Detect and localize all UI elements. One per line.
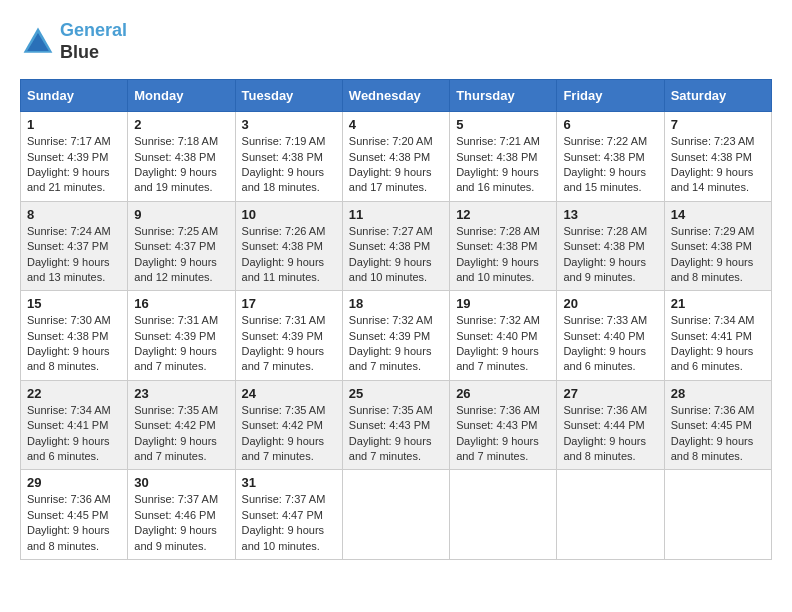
calendar-day-cell: 18 Sunrise: 7:32 AMSunset: 4:39 PMDaylig…	[342, 291, 449, 381]
calendar-day-cell: 4 Sunrise: 7:20 AMSunset: 4:38 PMDayligh…	[342, 112, 449, 202]
day-info: Sunrise: 7:24 AMSunset: 4:37 PMDaylight:…	[27, 224, 121, 286]
calendar-day-cell	[664, 470, 771, 560]
calendar-day-cell: 27 Sunrise: 7:36 AMSunset: 4:44 PMDaylig…	[557, 380, 664, 470]
day-info: Sunrise: 7:30 AMSunset: 4:38 PMDaylight:…	[27, 313, 121, 375]
calendar-day-cell: 19 Sunrise: 7:32 AMSunset: 4:40 PMDaylig…	[450, 291, 557, 381]
day-info: Sunrise: 7:34 AMSunset: 4:41 PMDaylight:…	[671, 313, 765, 375]
calendar-day-cell: 3 Sunrise: 7:19 AMSunset: 4:38 PMDayligh…	[235, 112, 342, 202]
calendar-header-row: SundayMondayTuesdayWednesdayThursdayFrid…	[21, 80, 772, 112]
calendar-day-header: Friday	[557, 80, 664, 112]
calendar-day-cell: 26 Sunrise: 7:36 AMSunset: 4:43 PMDaylig…	[450, 380, 557, 470]
day-number: 22	[27, 386, 121, 401]
day-number: 27	[563, 386, 657, 401]
calendar-day-cell	[557, 470, 664, 560]
day-info: Sunrise: 7:32 AMSunset: 4:40 PMDaylight:…	[456, 313, 550, 375]
calendar-day-cell: 16 Sunrise: 7:31 AMSunset: 4:39 PMDaylig…	[128, 291, 235, 381]
day-info: Sunrise: 7:21 AMSunset: 4:38 PMDaylight:…	[456, 134, 550, 196]
logo: General Blue	[20, 20, 127, 63]
day-info: Sunrise: 7:22 AMSunset: 4:38 PMDaylight:…	[563, 134, 657, 196]
day-number: 3	[242, 117, 336, 132]
calendar-day-cell: 17 Sunrise: 7:31 AMSunset: 4:39 PMDaylig…	[235, 291, 342, 381]
day-number: 16	[134, 296, 228, 311]
day-number: 24	[242, 386, 336, 401]
calendar-day-cell: 22 Sunrise: 7:34 AMSunset: 4:41 PMDaylig…	[21, 380, 128, 470]
day-number: 26	[456, 386, 550, 401]
day-info: Sunrise: 7:29 AMSunset: 4:38 PMDaylight:…	[671, 224, 765, 286]
calendar-day-cell: 30 Sunrise: 7:37 AMSunset: 4:46 PMDaylig…	[128, 470, 235, 560]
day-number: 20	[563, 296, 657, 311]
day-number: 9	[134, 207, 228, 222]
day-number: 5	[456, 117, 550, 132]
calendar-day-cell: 11 Sunrise: 7:27 AMSunset: 4:38 PMDaylig…	[342, 201, 449, 291]
day-info: Sunrise: 7:36 AMSunset: 4:45 PMDaylight:…	[27, 492, 121, 554]
calendar-day-header: Tuesday	[235, 80, 342, 112]
calendar-day-cell: 29 Sunrise: 7:36 AMSunset: 4:45 PMDaylig…	[21, 470, 128, 560]
day-info: Sunrise: 7:23 AMSunset: 4:38 PMDaylight:…	[671, 134, 765, 196]
calendar-day-header: Saturday	[664, 80, 771, 112]
calendar-day-cell: 24 Sunrise: 7:35 AMSunset: 4:42 PMDaylig…	[235, 380, 342, 470]
day-info: Sunrise: 7:27 AMSunset: 4:38 PMDaylight:…	[349, 224, 443, 286]
day-number: 8	[27, 207, 121, 222]
day-info: Sunrise: 7:28 AMSunset: 4:38 PMDaylight:…	[563, 224, 657, 286]
calendar-day-cell: 1 Sunrise: 7:17 AMSunset: 4:39 PMDayligh…	[21, 112, 128, 202]
day-number: 11	[349, 207, 443, 222]
day-number: 19	[456, 296, 550, 311]
day-number: 10	[242, 207, 336, 222]
calendar-day-cell: 12 Sunrise: 7:28 AMSunset: 4:38 PMDaylig…	[450, 201, 557, 291]
day-info: Sunrise: 7:34 AMSunset: 4:41 PMDaylight:…	[27, 403, 121, 465]
calendar-day-cell: 31 Sunrise: 7:37 AMSunset: 4:47 PMDaylig…	[235, 470, 342, 560]
calendar-day-cell: 21 Sunrise: 7:34 AMSunset: 4:41 PMDaylig…	[664, 291, 771, 381]
calendar-day-cell: 2 Sunrise: 7:18 AMSunset: 4:38 PMDayligh…	[128, 112, 235, 202]
calendar-day-cell: 8 Sunrise: 7:24 AMSunset: 4:37 PMDayligh…	[21, 201, 128, 291]
calendar-day-cell: 20 Sunrise: 7:33 AMSunset: 4:40 PMDaylig…	[557, 291, 664, 381]
day-info: Sunrise: 7:36 AMSunset: 4:44 PMDaylight:…	[563, 403, 657, 465]
calendar-day-cell: 9 Sunrise: 7:25 AMSunset: 4:37 PMDayligh…	[128, 201, 235, 291]
day-info: Sunrise: 7:35 AMSunset: 4:42 PMDaylight:…	[134, 403, 228, 465]
calendar-week-row: 22 Sunrise: 7:34 AMSunset: 4:41 PMDaylig…	[21, 380, 772, 470]
day-number: 2	[134, 117, 228, 132]
day-info: Sunrise: 7:37 AMSunset: 4:47 PMDaylight:…	[242, 492, 336, 554]
day-info: Sunrise: 7:35 AMSunset: 4:42 PMDaylight:…	[242, 403, 336, 465]
calendar-day-cell	[450, 470, 557, 560]
day-info: Sunrise: 7:19 AMSunset: 4:38 PMDaylight:…	[242, 134, 336, 196]
day-number: 17	[242, 296, 336, 311]
calendar-day-cell: 15 Sunrise: 7:30 AMSunset: 4:38 PMDaylig…	[21, 291, 128, 381]
day-info: Sunrise: 7:18 AMSunset: 4:38 PMDaylight:…	[134, 134, 228, 196]
calendar-day-cell	[342, 470, 449, 560]
logo-icon	[20, 24, 56, 60]
calendar-day-cell: 25 Sunrise: 7:35 AMSunset: 4:43 PMDaylig…	[342, 380, 449, 470]
calendar-day-cell: 5 Sunrise: 7:21 AMSunset: 4:38 PMDayligh…	[450, 112, 557, 202]
calendar-day-cell: 14 Sunrise: 7:29 AMSunset: 4:38 PMDaylig…	[664, 201, 771, 291]
day-info: Sunrise: 7:17 AMSunset: 4:39 PMDaylight:…	[27, 134, 121, 196]
day-info: Sunrise: 7:28 AMSunset: 4:38 PMDaylight:…	[456, 224, 550, 286]
day-number: 21	[671, 296, 765, 311]
day-info: Sunrise: 7:36 AMSunset: 4:45 PMDaylight:…	[671, 403, 765, 465]
day-number: 31	[242, 475, 336, 490]
calendar-day-header: Thursday	[450, 80, 557, 112]
logo-text: General Blue	[60, 20, 127, 63]
calendar-day-header: Sunday	[21, 80, 128, 112]
day-number: 25	[349, 386, 443, 401]
day-info: Sunrise: 7:31 AMSunset: 4:39 PMDaylight:…	[134, 313, 228, 375]
calendar-table: SundayMondayTuesdayWednesdayThursdayFrid…	[20, 79, 772, 560]
day-number: 28	[671, 386, 765, 401]
day-number: 14	[671, 207, 765, 222]
day-info: Sunrise: 7:25 AMSunset: 4:37 PMDaylight:…	[134, 224, 228, 286]
day-number: 6	[563, 117, 657, 132]
calendar-week-row: 1 Sunrise: 7:17 AMSunset: 4:39 PMDayligh…	[21, 112, 772, 202]
calendar-day-cell: 7 Sunrise: 7:23 AMSunset: 4:38 PMDayligh…	[664, 112, 771, 202]
day-info: Sunrise: 7:31 AMSunset: 4:39 PMDaylight:…	[242, 313, 336, 375]
day-info: Sunrise: 7:20 AMSunset: 4:38 PMDaylight:…	[349, 134, 443, 196]
day-number: 1	[27, 117, 121, 132]
day-info: Sunrise: 7:33 AMSunset: 4:40 PMDaylight:…	[563, 313, 657, 375]
calendar-day-cell: 10 Sunrise: 7:26 AMSunset: 4:38 PMDaylig…	[235, 201, 342, 291]
day-number: 7	[671, 117, 765, 132]
calendar-week-row: 29 Sunrise: 7:36 AMSunset: 4:45 PMDaylig…	[21, 470, 772, 560]
day-number: 15	[27, 296, 121, 311]
day-number: 13	[563, 207, 657, 222]
page-header: General Blue	[20, 20, 772, 63]
calendar-day-cell: 13 Sunrise: 7:28 AMSunset: 4:38 PMDaylig…	[557, 201, 664, 291]
day-number: 29	[27, 475, 121, 490]
day-number: 23	[134, 386, 228, 401]
calendar-day-cell: 6 Sunrise: 7:22 AMSunset: 4:38 PMDayligh…	[557, 112, 664, 202]
